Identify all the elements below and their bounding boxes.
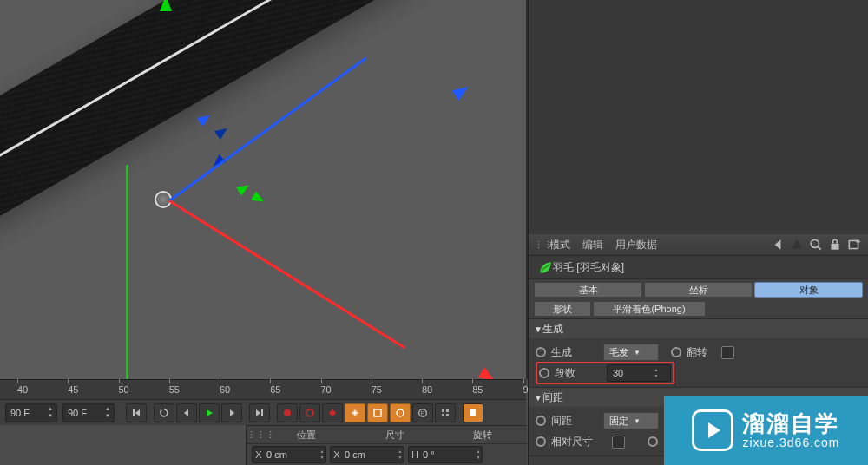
tab-phong[interactable]: 平滑着色(Phong) [593, 301, 706, 317]
step-back-button[interactable] [176, 403, 197, 422]
watermark-play-icon [692, 409, 733, 451]
gen-dropdown[interactable]: 毛发 ▼ [603, 344, 659, 361]
pos-x-input[interactable] [265, 449, 319, 461]
spinner[interactable]: ▲▼ [475, 449, 482, 461]
anim-dot[interactable] [536, 347, 546, 357]
rel-label: 相对尺寸 [551, 435, 612, 449]
menu-mode[interactable]: 模式 [549, 238, 570, 252]
pos-header: 位置 [262, 429, 351, 442]
z-handle-small-icon[interactable] [197, 111, 213, 127]
segments-input[interactable] [611, 367, 653, 379]
anim-dot[interactable] [536, 436, 546, 447]
tab-object[interactable]: 对象 [754, 282, 863, 298]
lock-icon[interactable] [828, 238, 842, 252]
start-frame-field[interactable]: ▲▼ [5, 403, 57, 422]
axis-h-label: H [409, 449, 421, 460]
rot-h-field[interactable]: H ▲▼ [408, 446, 483, 463]
pivot-handle[interactable] [155, 191, 172, 208]
rot-h-input[interactable] [421, 449, 475, 461]
green-handle-small-icon[interactable] [236, 180, 252, 195]
object-manager[interactable] [528, 0, 868, 236]
attribute-menubar: ⋮⋮⋮ 模式 编辑 用户数据 [529, 234, 868, 256]
key-scale-button[interactable] [367, 403, 388, 422]
ruler-tick: 55 [169, 384, 180, 395]
section-title: 间距 [542, 390, 563, 405]
start-frame-input[interactable] [9, 407, 47, 419]
x-axis[interactable] [168, 200, 405, 349]
object-title: 羽毛 [羽毛对象] [553, 260, 624, 275]
timeline-ruler[interactable]: 40 45 50 55 60 65 70 75 80 85 90 [0, 379, 526, 399]
section-header-generate[interactable]: ▼ 生成 [529, 319, 868, 338]
watermark: 溜溜自学 zixue.3d66.com [664, 396, 868, 465]
svg-rect-8 [446, 409, 449, 412]
dist-label: 间距 [551, 414, 603, 429]
y-axis-arrowhead [160, 0, 172, 11]
disclosure-triangle-icon: ▼ [534, 393, 542, 403]
z-handle-small-icon[interactable] [210, 154, 226, 170]
key-param-button[interactable]: P [412, 403, 433, 422]
flip-checkbox[interactable] [721, 346, 734, 359]
keyframe-button[interactable] [322, 403, 343, 422]
watermark-en: zixue.3d66.com [742, 436, 839, 449]
grip-icon[interactable]: ⋮⋮⋮ [534, 239, 549, 251]
spinner[interactable]: ▲▼ [653, 367, 660, 379]
x-axis-arrowhead [478, 367, 498, 379]
viewport[interactable] [0, 0, 528, 379]
ruler-tick: 45 [68, 384, 78, 395]
record-button[interactable] [277, 403, 298, 422]
leaf-icon [537, 260, 553, 274]
end-frame-input[interactable] [66, 407, 104, 419]
flip-label: 翻转 [687, 345, 721, 360]
spinner[interactable]: ▲▼ [104, 406, 111, 420]
key-pos-button[interactable] [345, 403, 365, 422]
menu-userdata[interactable]: 用户数据 [615, 238, 657, 252]
object-title-row: 羽毛 [羽毛对象] [529, 256, 868, 279]
anim-dot[interactable] [648, 436, 658, 447]
gen-label: 生成 [551, 345, 603, 360]
size-header: 尺寸 [351, 429, 439, 442]
nav-back-icon[interactable] [771, 238, 785, 252]
spinner[interactable]: ▲▼ [47, 406, 54, 420]
gen-value: 毛发 [609, 346, 628, 359]
svg-point-0 [284, 409, 291, 416]
section-title: 生成 [542, 322, 563, 337]
nav-up-icon[interactable] [790, 238, 804, 252]
chevron-down-icon: ▼ [634, 417, 641, 425]
anim-dot[interactable] [539, 368, 549, 378]
z-handle-small-icon[interactable] [214, 124, 230, 140]
step-fwd-button[interactable] [221, 403, 242, 422]
anim-dot[interactable] [536, 416, 546, 426]
grip-icon[interactable]: ⋮⋮⋮ [247, 429, 262, 441]
key-rot-button[interactable] [390, 403, 411, 422]
dist-dropdown[interactable]: 固定 ▼ [603, 412, 659, 429]
tab-basic[interactable]: 基本 [534, 282, 642, 298]
highlight-segments: 段数 ▲▼ [536, 362, 674, 384]
ruler-tick: 65 [270, 384, 280, 395]
key-options-button[interactable] [435, 403, 456, 422]
end-frame-field[interactable]: ▲▼ [62, 403, 115, 422]
loop-button[interactable] [154, 403, 174, 422]
svg-rect-13 [831, 244, 838, 250]
rel-checkbox[interactable] [612, 436, 625, 449]
size-x-input[interactable] [343, 449, 397, 461]
play-button[interactable] [199, 403, 220, 422]
ruler-tick: 70 [321, 384, 332, 395]
svg-rect-11 [470, 409, 476, 416]
goto-end-button[interactable] [249, 403, 270, 422]
anim-dot[interactable] [671, 347, 681, 357]
search-icon[interactable] [809, 238, 823, 252]
y-axis[interactable] [126, 165, 128, 379]
autokey-button[interactable] [299, 403, 320, 422]
segments-field[interactable]: ▲▼ [607, 364, 671, 382]
pos-x-field[interactable]: X ▲▼ [252, 446, 326, 463]
new-window-icon[interactable] [847, 238, 861, 252]
tab-shape[interactable]: 形状 [534, 301, 591, 317]
goto-start-button[interactable] [126, 403, 147, 422]
menu-edit[interactable]: 编辑 [582, 238, 603, 252]
tab-coord[interactable]: 坐标 [644, 282, 753, 298]
size-x-field[interactable]: X ▲▼ [330, 446, 404, 463]
spinner[interactable]: ▲▼ [319, 449, 326, 461]
green-handle-small-icon[interactable] [251, 191, 266, 206]
marker-button[interactable] [463, 403, 483, 422]
spinner[interactable]: ▲▼ [397, 449, 404, 461]
